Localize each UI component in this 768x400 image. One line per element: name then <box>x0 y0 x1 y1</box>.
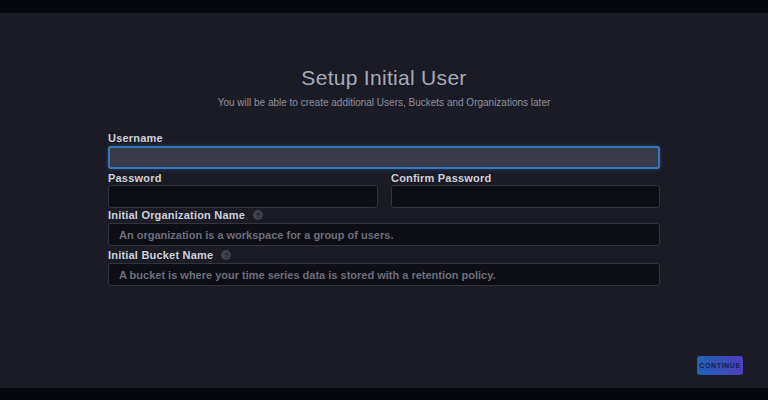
confirm-password-label-row: Confirm Password <box>391 171 491 185</box>
question-mark-circle-icon[interactable]: ? <box>253 210 263 220</box>
password-input[interactable] <box>108 185 378 208</box>
confirm-password-label: Confirm Password <box>391 172 491 184</box>
bucket-label: Initial Bucket Name <box>108 249 213 261</box>
password-label-row: Password <box>108 171 162 185</box>
bucket-label-row: Initial Bucket Name ? <box>108 248 231 262</box>
organization-label-row: Initial Organization Name ? <box>108 208 263 222</box>
confirm-password-input[interactable] <box>391 185 660 208</box>
page-title: Setup Initial User <box>0 66 768 90</box>
organization-label: Initial Organization Name <box>108 209 245 221</box>
continue-button[interactable]: CONTINUE <box>697 356 743 375</box>
username-label: Username <box>108 132 163 144</box>
bucket-input[interactable] <box>108 263 660 286</box>
setup-wizard-panel: Setup Initial User You will be able to c… <box>0 13 768 388</box>
page-subtitle: You will be able to create additional Us… <box>0 97 768 108</box>
password-label: Password <box>108 172 162 184</box>
username-label-row: Username <box>108 131 163 145</box>
username-input[interactable] <box>108 146 660 169</box>
question-mark-circle-icon[interactable]: ? <box>221 250 231 260</box>
organization-input[interactable] <box>108 223 660 246</box>
